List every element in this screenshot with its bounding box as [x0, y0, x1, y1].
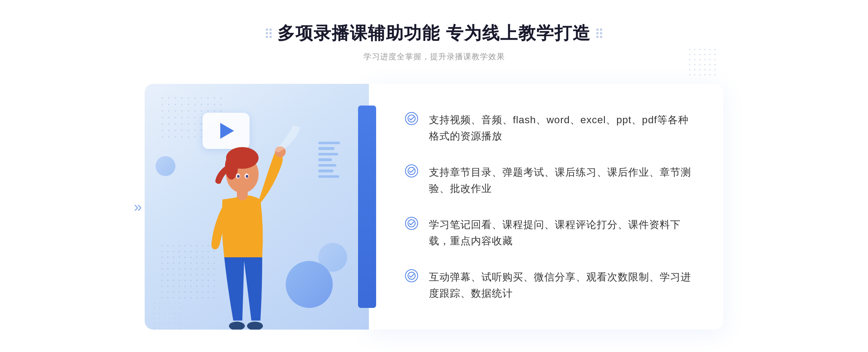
check-svg-3: [408, 219, 416, 227]
feature-text-3: 学习笔记回看、课程提问、课程评论打分、课件资料下载，重点内容收藏: [429, 217, 694, 249]
check-svg-1: [408, 115, 416, 123]
header-section: 多项录播课辅助功能 专为线上教学打造 学习进度全掌握，提升录播课教学效果: [0, 22, 868, 62]
main-content: »: [145, 84, 723, 330]
page-container: 多项录播课辅助功能 专为线上教学打造 学习进度全掌握，提升录播课教学效果 »: [0, 0, 868, 352]
feature-text-2: 支持章节目录、弹题考试、课后练习、课后作业、章节测验、批改作业: [429, 164, 694, 197]
feature-item-1: 支持视频、音频、flash、word、excel、ppt、pdf等各种格式的资源…: [405, 112, 694, 145]
human-figure: [181, 120, 304, 330]
feature-item-2: 支持章节目录、弹题考试、课后练习、课后作业、章节测验、批改作业: [405, 164, 694, 197]
feature-item-3: 学习笔记回看、课程提问、课程评论打分、课件资料下载，重点内容收藏: [405, 217, 694, 249]
blue-accent-bar: [358, 106, 376, 308]
svg-point-0: [229, 322, 245, 330]
stripes-decoration: [318, 142, 340, 178]
svg-point-10: [246, 175, 248, 178]
left-chevron-decoration: »: [134, 199, 142, 215]
title-dots-right: [596, 29, 602, 38]
illustration-panel: [145, 84, 369, 330]
feature-item-4: 互动弹幕、试听购买、微信分享、观看次数限制、学习进度跟踪、数据统计: [405, 269, 694, 302]
feature-text-4: 互动弹幕、试听购买、微信分享、观看次数限制、学习进度跟踪、数据统计: [429, 269, 694, 302]
feature-text-1: 支持视频、音频、flash、word、excel、ppt、pdf等各种格式的资源…: [429, 112, 694, 145]
dots-outer-top-right: [687, 47, 716, 76]
page-title: 多项录播课辅助功能 专为线上教学打造: [277, 22, 590, 45]
content-panel: 支持视频、音频、flash、word、excel、ppt、pdf等各种格式的资源…: [369, 84, 723, 330]
title-row: 多项录播课辅助功能 专为线上教学打造: [0, 22, 868, 45]
check-svg-4: [408, 272, 416, 280]
page-subtitle: 学习进度全掌握，提升录播课教学效果: [0, 51, 868, 62]
check-icon-4: [405, 269, 418, 282]
circle-decoration-small: [318, 243, 347, 272]
title-dots-left: [266, 29, 272, 38]
svg-point-9: [237, 175, 240, 178]
check-svg-2: [408, 167, 416, 175]
check-icon-1: [405, 112, 418, 125]
svg-point-1: [247, 322, 263, 330]
check-icon-2: [405, 164, 418, 177]
circle-small-left: [156, 156, 175, 176]
check-icon-3: [405, 217, 418, 230]
dots-outer-bottom-left: [152, 301, 181, 330]
